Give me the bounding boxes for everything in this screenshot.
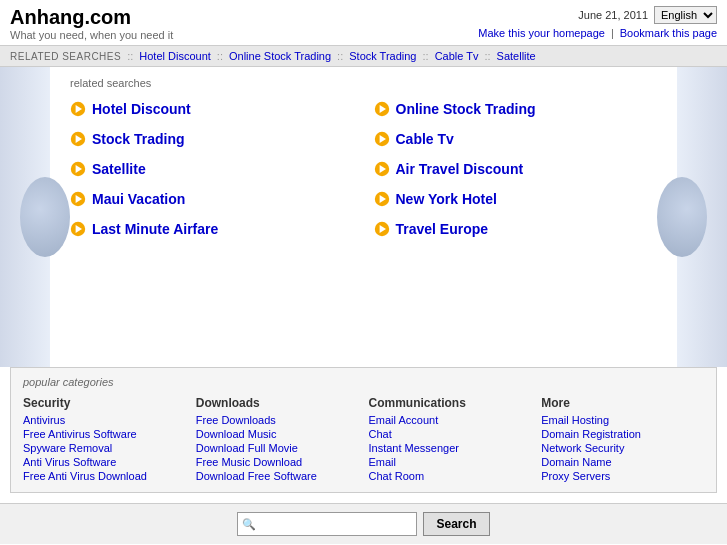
category-more-title: More	[541, 396, 704, 410]
search-item-travel-europe: Travel Europe	[374, 221, 658, 237]
page-wrapper: Anhang.com What you need, when you need …	[0, 0, 727, 544]
date-text: June 21, 2011	[578, 9, 648, 21]
left-decoration	[0, 67, 50, 367]
bookmark-link[interactable]: Bookmark this page	[620, 27, 717, 39]
search-link-last-minute-airfare[interactable]: Last Minute Airfare	[92, 221, 218, 237]
search-link-hotel-discount[interactable]: Hotel Discount	[92, 101, 191, 117]
search-item-new-york-hotel: New York Hotel	[374, 191, 658, 207]
cat-link-free-anti-virus-download[interactable]: Free Anti Virus Download	[23, 470, 186, 482]
search-link-stock-trading[interactable]: Stock Trading	[92, 131, 185, 147]
search-item-stock-trading: Stock Trading	[70, 131, 354, 147]
sep3: ::	[337, 50, 343, 62]
cat-link-email-account[interactable]: Email Account	[369, 414, 532, 426]
cat-link-spyware[interactable]: Spyware Removal	[23, 442, 186, 454]
related-link-1[interactable]: Hotel Discount	[139, 50, 211, 62]
top-right: June 21, 2011 English Make this your hom…	[478, 6, 717, 39]
cat-link-domain-registration[interactable]: Domain Registration	[541, 428, 704, 440]
logo-section: Anhang.com What you need, when you need …	[10, 6, 173, 41]
cat-link-download-free-software[interactable]: Download Free Software	[196, 470, 359, 482]
sep1: ::	[127, 50, 133, 62]
arrow-icon-1	[70, 101, 86, 117]
search-grid: Hotel Discount Online Stock Trading Stoc…	[70, 101, 657, 237]
search-item-maui-vacation: Maui Vacation	[70, 191, 354, 207]
related-link-5[interactable]: Satellite	[497, 50, 536, 62]
arrow-icon-10	[374, 221, 390, 237]
cat-link-antivirus[interactable]: Antivirus	[23, 414, 186, 426]
category-downloads-title: Downloads	[196, 396, 359, 410]
category-downloads: Downloads Free Downloads Download Music …	[196, 396, 359, 484]
top-links: Make this your homepage | Bookmark this …	[478, 27, 717, 39]
bottom-search-bar: 🔍 Search	[0, 503, 727, 544]
search-link-satellite[interactable]: Satellite	[92, 161, 146, 177]
main-content: related searches Hotel Discount Online S	[0, 67, 727, 367]
center-content: related searches Hotel Discount Online S	[50, 67, 677, 367]
logo-subtitle: What you need, when you need it	[10, 29, 173, 41]
cat-link-download-music[interactable]: Download Music	[196, 428, 359, 440]
cat-link-free-downloads[interactable]: Free Downloads	[196, 414, 359, 426]
sep2: ::	[217, 50, 223, 62]
category-communications: Communications Email Account Chat Instan…	[369, 396, 532, 484]
cat-link-proxy-servers[interactable]: Proxy Servers	[541, 470, 704, 482]
right-circle	[657, 177, 707, 257]
search-input[interactable]	[237, 512, 417, 536]
language-select[interactable]: English	[654, 6, 717, 24]
cat-link-instant-messenger[interactable]: Instant Messenger	[369, 442, 532, 454]
related-link-3[interactable]: Stock Trading	[349, 50, 416, 62]
search-item-hotel-discount: Hotel Discount	[70, 101, 354, 117]
search-input-wrap: 🔍	[237, 512, 417, 536]
search-item-air-travel: Air Travel Discount	[374, 161, 658, 177]
date-lang: June 21, 2011 English	[478, 6, 717, 24]
cat-link-domain-name[interactable]: Domain Name	[541, 456, 704, 468]
search-item-last-minute-airfare: Last Minute Airfare	[70, 221, 354, 237]
search-link-new-york-hotel[interactable]: New York Hotel	[396, 191, 497, 207]
search-link-maui-vacation[interactable]: Maui Vacation	[92, 191, 185, 207]
sep5: ::	[484, 50, 490, 62]
search-item-online-stock-trading: Online Stock Trading	[374, 101, 658, 117]
search-button[interactable]: Search	[423, 512, 489, 536]
cat-link-chat[interactable]: Chat	[369, 428, 532, 440]
category-security-title: Security	[23, 396, 186, 410]
left-circle	[20, 177, 70, 257]
search-item-cable-tv: Cable Tv	[374, 131, 658, 147]
related-searches-bar: RELATED SEARCHES :: Hotel Discount :: On…	[0, 46, 727, 67]
search-link-travel-europe[interactable]: Travel Europe	[396, 221, 489, 237]
cat-link-network-security[interactable]: Network Security	[541, 442, 704, 454]
cat-link-free-music-download[interactable]: Free Music Download	[196, 456, 359, 468]
arrow-icon-7	[70, 191, 86, 207]
right-decoration	[677, 67, 727, 367]
related-link-4[interactable]: Cable Tv	[435, 50, 479, 62]
related-label: RELATED SEARCHES	[10, 51, 121, 62]
categories-grid: Security Antivirus Free Antivirus Softwa…	[23, 396, 704, 484]
top-bar: Anhang.com What you need, when you need …	[0, 0, 727, 46]
related-link-2[interactable]: Online Stock Trading	[229, 50, 331, 62]
sep4: ::	[423, 50, 429, 62]
search-item-satellite: Satellite	[70, 161, 354, 177]
link-separator: |	[611, 27, 614, 39]
search-link-online-stock-trading[interactable]: Online Stock Trading	[396, 101, 536, 117]
search-link-cable-tv[interactable]: Cable Tv	[396, 131, 454, 147]
category-security: Security Antivirus Free Antivirus Softwa…	[23, 396, 186, 484]
arrow-icon-4	[374, 131, 390, 147]
category-communications-title: Communications	[369, 396, 532, 410]
arrow-icon-5	[70, 161, 86, 177]
cat-link-free-antivirus[interactable]: Free Antivirus Software	[23, 428, 186, 440]
related-searches-title: related searches	[70, 77, 657, 89]
cat-link-chat-room[interactable]: Chat Room	[369, 470, 532, 482]
cat-link-email-hosting[interactable]: Email Hosting	[541, 414, 704, 426]
search-icon: 🔍	[242, 518, 256, 531]
search-link-air-travel[interactable]: Air Travel Discount	[396, 161, 524, 177]
popular-title: popular categories	[23, 376, 704, 388]
cat-link-email[interactable]: Email	[369, 456, 532, 468]
arrow-icon-8	[374, 191, 390, 207]
cat-link-download-full-movie[interactable]: Download Full Movie	[196, 442, 359, 454]
popular-categories-section: popular categories Security Antivirus Fr…	[10, 367, 717, 493]
arrow-icon-9	[70, 221, 86, 237]
arrow-icon-3	[70, 131, 86, 147]
arrow-icon-2	[374, 101, 390, 117]
logo-title: Anhang.com	[10, 6, 173, 29]
category-more: More Email Hosting Domain Registration N…	[541, 396, 704, 484]
cat-link-antivirus-software[interactable]: Anti Virus Software	[23, 456, 186, 468]
arrow-icon-6	[374, 161, 390, 177]
homepage-link[interactable]: Make this your homepage	[478, 27, 605, 39]
